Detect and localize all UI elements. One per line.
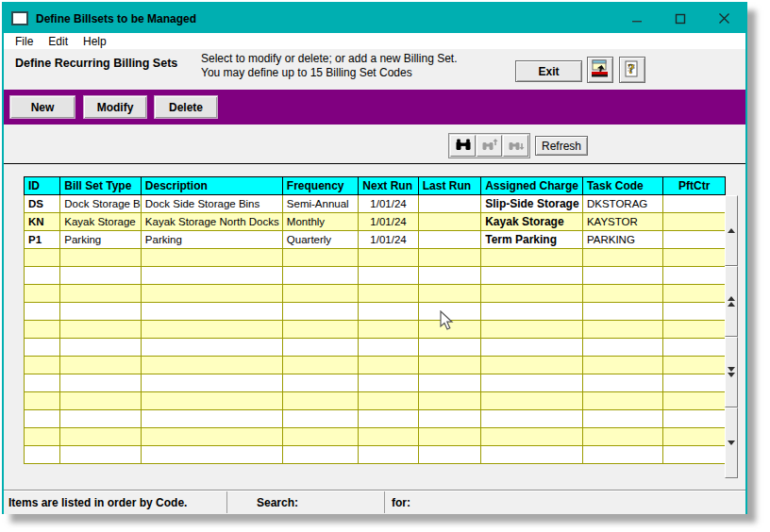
table-cell[interactable] [60,303,142,321]
table-cell[interactable] [481,285,583,303]
refresh-button[interactable]: Refresh [535,136,588,156]
table-cell[interactable] [481,303,583,321]
table-cell[interactable]: DKSTORAG [582,195,663,213]
table-cell[interactable] [141,339,282,357]
table-row[interactable] [25,303,726,321]
table-cell[interactable]: KN [25,213,60,231]
table-cell[interactable] [418,339,480,357]
table-cell[interactable] [60,410,142,428]
table-cell[interactable] [282,249,359,267]
table-cell[interactable] [418,321,480,339]
table-cell[interactable] [25,428,60,446]
table-cell[interactable]: Kayak Storage North Docks [141,213,282,231]
table-cell[interactable] [25,249,60,267]
column-header-task-code[interactable]: Task Code [582,177,663,195]
table-row[interactable] [25,357,726,374]
table-cell[interactable] [282,321,359,339]
table-cell[interactable] [60,374,142,392]
table-cell[interactable] [359,303,418,321]
table-cell[interactable] [663,267,726,285]
table-cell[interactable]: DS [25,195,60,213]
table-cell[interactable]: Dock Storage Bin [60,195,142,213]
table-cell[interactable] [60,428,142,446]
table-cell[interactable] [663,339,726,357]
table-cell[interactable] [418,303,480,321]
table-cell[interactable]: Term Parking [481,231,583,249]
scroll-page-up-icon[interactable] [725,266,738,337]
column-header-frequency[interactable]: Frequency [282,177,359,195]
find-previous-button[interactable] [477,135,502,157]
menu-edit[interactable]: Edit [44,35,72,48]
table-cell[interactable] [582,428,663,446]
table-cell[interactable] [418,410,480,428]
table-cell[interactable] [60,249,142,267]
table-row[interactable] [25,339,726,357]
table-cell[interactable]: Quarterly [282,231,359,249]
table-cell[interactable] [481,392,583,410]
table-cell[interactable] [25,267,60,285]
table-cell[interactable] [663,321,726,339]
scroll-up-icon[interactable] [725,195,738,266]
table-cell[interactable] [582,446,663,464]
find-button[interactable] [450,135,476,157]
help-button[interactable]: ? [619,57,645,83]
scroll-down-icon[interactable] [725,407,738,478]
table-cell[interactable] [141,249,282,267]
table-cell[interactable] [418,374,480,392]
table-cell[interactable] [141,321,282,339]
table-row[interactable]: P1ParkingParkingQuarterly1/01/24Term Par… [25,231,726,249]
table-cell[interactable] [359,339,418,357]
table-cell[interactable] [141,374,282,392]
table-cell[interactable] [141,357,282,374]
column-header-assigned-charge[interactable]: Assigned Charge [481,177,583,195]
table-cell[interactable] [481,357,583,374]
table-cell[interactable] [663,231,726,249]
close-icon[interactable] [702,4,745,33]
table-row[interactable] [25,446,726,464]
table-cell[interactable] [359,392,418,410]
table-cell[interactable] [25,410,60,428]
table-cell[interactable] [663,428,726,446]
table-cell[interactable] [141,303,282,321]
table-cell[interactable] [582,285,663,303]
table-cell[interactable] [60,321,142,339]
table-cell[interactable] [282,267,359,285]
table-row[interactable] [25,249,726,267]
table-cell[interactable] [359,428,418,446]
table-cell[interactable] [663,303,726,321]
delete-button[interactable]: Delete [154,95,218,119]
maximize-icon[interactable] [659,4,702,33]
table-cell[interactable] [282,392,359,410]
column-header-last-run[interactable]: Last Run [418,177,480,195]
table-cell[interactable] [282,446,359,464]
table-row[interactable] [25,410,726,428]
table-cell[interactable]: Dock Side Storage Bins [141,195,282,213]
modify-button[interactable]: Modify [83,95,147,119]
column-header-id[interactable]: ID [25,177,60,195]
table-cell[interactable] [481,428,583,446]
table-cell[interactable] [60,357,142,374]
table-row[interactable]: KNKayak StorageKayak Storage North Docks… [25,213,726,231]
table-cell[interactable] [60,446,142,464]
table-cell[interactable] [25,392,60,410]
table-cell[interactable] [418,213,480,231]
table-cell[interactable] [582,249,663,267]
table-cell[interactable] [25,321,60,339]
table-cell[interactable] [282,374,359,392]
table-cell[interactable] [60,285,142,303]
table-cell[interactable] [359,446,418,464]
table-cell[interactable] [359,374,418,392]
table-cell[interactable] [663,195,726,213]
find-next-button[interactable] [503,135,528,157]
table-cell[interactable] [25,303,60,321]
menu-file[interactable]: File [11,35,37,48]
table-cell[interactable]: 1/01/24 [359,195,418,213]
table-cell[interactable] [663,446,726,464]
table-cell[interactable] [418,267,480,285]
table-row[interactable]: DSDock Storage BinDock Side Storage Bins… [25,195,726,213]
table-cell[interactable] [141,428,282,446]
table-cell[interactable] [60,267,142,285]
table-cell[interactable] [418,446,480,464]
table-cell[interactable] [25,446,60,464]
print-button[interactable] [587,57,613,83]
